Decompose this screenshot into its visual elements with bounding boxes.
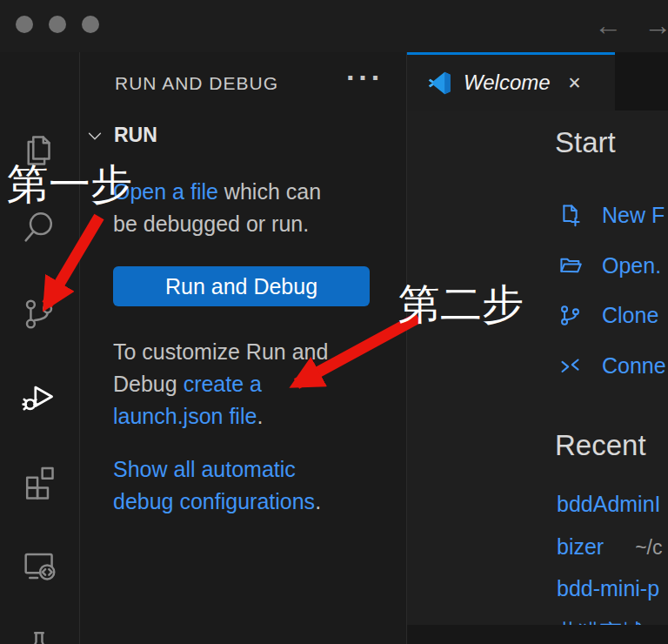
recent-name: bdd-mini-p	[557, 576, 659, 601]
remote-connect-icon	[557, 352, 584, 379]
search-icon[interactable]	[19, 207, 59, 247]
create-launch-json-link[interactable]: create a	[184, 372, 262, 396]
activity-bar	[0, 52, 79, 644]
debug-intro-text: Open a file which can be debugged or run…	[113, 176, 387, 240]
chevron-down-icon	[85, 126, 104, 145]
recent-name: 共猎商城	[557, 618, 644, 625]
nav-forward-icon[interactable]: →	[644, 8, 668, 43]
customize-text: To customize Run and Debug create a laun…	[113, 336, 387, 433]
customize-line2-pre: Debug	[113, 372, 184, 396]
launch-json-file-link[interactable]: launch.json file	[113, 404, 257, 428]
show-all-automatic-link[interactable]: Show all automatic	[113, 457, 296, 481]
source-control-icon[interactable]	[19, 294, 59, 334]
panel-title: RUN AND DEBUG	[115, 73, 278, 94]
run-and-debug-button[interactable]: Run and Debug	[113, 266, 370, 306]
tab-close-icon[interactable]: ✕	[568, 73, 582, 93]
tab-title: Welcome	[464, 70, 551, 95]
start-item-open[interactable]: Open.	[557, 252, 661, 279]
git-clone-icon	[557, 302, 584, 329]
close-window-button[interactable]	[16, 16, 33, 33]
more-actions-icon[interactable]: ···	[346, 61, 384, 95]
run-section-header[interactable]: RUN	[85, 124, 157, 147]
new-file-icon	[557, 202, 584, 229]
run-section-label: RUN	[114, 124, 157, 147]
intro-rest: which can	[218, 179, 321, 204]
vscode-logo-icon	[428, 71, 451, 95]
customize-line1: To customize Run and	[113, 336, 387, 368]
extensions-icon[interactable]	[19, 462, 59, 502]
start-item-label: Open.	[602, 253, 661, 278]
start-item-label: Conne	[602, 353, 666, 379]
recent-item[interactable]: bddAdminI	[557, 492, 668, 518]
run-and-debug-icon[interactable]	[19, 376, 59, 416]
vscode-window: ← → RUN AND DEBUG ··· RUN	[0, 0, 668, 644]
recent-name: bizer	[557, 534, 604, 560]
customize-period: .	[257, 404, 263, 428]
intro-line2: be debugged or run.	[113, 208, 387, 240]
recent-item[interactable]: bdd-mini-p	[557, 576, 668, 602]
recent-item[interactable]: 共猎商城	[557, 618, 668, 625]
debug-configurations-link[interactable]: debug configurations	[113, 489, 315, 513]
editor-bottom-strip	[407, 625, 668, 644]
folder-opened-icon	[557, 252, 584, 279]
recent-path: ~/c	[635, 536, 662, 560]
recent-item[interactable]: bizer~/c	[557, 534, 663, 560]
show-configs-text: Show all automatic debug configurations.	[113, 453, 387, 518]
start-heading: Start	[555, 126, 616, 159]
show-period: .	[315, 489, 321, 513]
title-bar: ← →	[0, 0, 668, 52]
minimize-window-button[interactable]	[49, 16, 66, 33]
run-and-debug-panel: RUN AND DEBUG ··· RUN Open a file which …	[80, 52, 406, 644]
recent-name: bddAdminI	[557, 492, 661, 517]
explorer-files-icon[interactable]	[19, 128, 59, 168]
remote-explorer-icon[interactable]	[19, 545, 59, 585]
start-item-label: New F	[602, 203, 665, 228]
maximize-window-button[interactable]	[82, 16, 99, 33]
recent-heading: Recent	[555, 429, 646, 462]
editor-area: Welcome ✕ Start New F Open. Clone Conne …	[407, 52, 668, 644]
testing-beaker-icon[interactable]	[19, 627, 59, 644]
nav-back-icon[interactable]: ←	[594, 8, 622, 43]
start-item-new-file[interactable]: New F	[557, 201, 665, 229]
start-item-connect[interactable]: Conne	[557, 352, 666, 379]
start-item-clone[interactable]: Clone	[557, 301, 658, 329]
open-a-file-link[interactable]: Open a file	[113, 179, 218, 204]
tab-welcome[interactable]: Welcome ✕	[407, 52, 615, 111]
welcome-page: Start New F Open. Clone Conne Recent bdd…	[407, 111, 668, 625]
start-item-label: Clone	[602, 303, 658, 328]
